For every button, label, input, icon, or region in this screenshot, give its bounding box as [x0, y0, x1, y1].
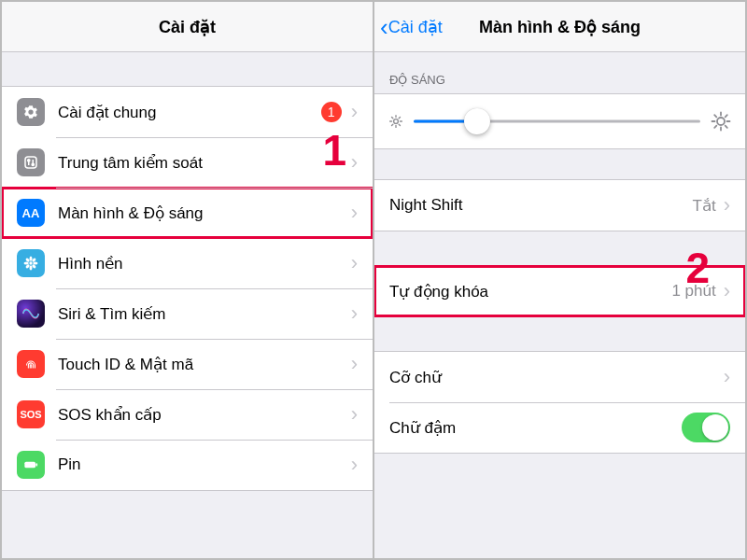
chevron-right-icon: ›	[351, 251, 358, 275]
chevron-right-icon: ›	[351, 402, 358, 427]
row-label: Night Shift	[389, 196, 693, 215]
chevron-right-icon: ›	[351, 150, 358, 175]
gear-icon	[17, 98, 45, 126]
flower-icon	[17, 249, 45, 277]
row-sos[interactable]: SOS SOS khẩn cấp ›	[2, 389, 373, 440]
back-label: Cài đặt	[388, 17, 443, 37]
row-bold-text: Chữ đậm	[374, 402, 745, 453]
row-label: Cài đặt chung	[58, 103, 321, 122]
brightness-slider[interactable]	[414, 108, 700, 134]
row-general[interactable]: Cài đặt chung 1 ›	[2, 87, 373, 137]
settings-pane: Cài đặt Cài đặt chung 1 › Trung tâm kiểm…	[2, 2, 374, 558]
sun-large-icon	[710, 110, 732, 133]
back-button[interactable]: ‹ Cài đặt	[380, 15, 443, 39]
svg-rect-14	[24, 462, 35, 469]
row-night-shift[interactable]: Night Shift Tắt ›	[374, 180, 745, 231]
row-touchid[interactable]: Touch ID & Mật mã ›	[2, 339, 373, 389]
row-label: Trung tâm kiểm soát	[58, 153, 351, 173]
badge: 1	[321, 102, 342, 122]
row-label: Pin	[58, 455, 351, 474]
fingerprint-icon	[17, 350, 45, 378]
brightness-row	[374, 93, 745, 149]
chevron-right-icon: ›	[724, 193, 730, 217]
display-header: ‹ Cài đặt Màn hình & Độ sáng	[374, 2, 745, 52]
svg-point-6	[30, 257, 33, 261]
svg-rect-15	[35, 463, 37, 466]
row-auto-lock[interactable]: Tự động khóa 1 phút ›	[374, 266, 745, 316]
settings-header: Cài đặt	[2, 2, 373, 52]
svg-line-21	[392, 118, 393, 119]
display-pane: ‹ Cài đặt Màn hình & Độ sáng ĐỘ SÁNG Nig…	[374, 2, 745, 558]
chevron-right-icon: ›	[351, 352, 358, 376]
row-label: Hình nền	[58, 254, 351, 273]
svg-line-30	[714, 115, 716, 117]
svg-line-32	[726, 115, 727, 117]
svg-line-23	[399, 118, 400, 119]
chevron-left-icon: ‹	[380, 15, 388, 39]
row-siri[interactable]: Siri & Tìm kiếm ›	[2, 288, 373, 339]
row-label: Màn hình & Độ sáng	[58, 203, 351, 223]
brightness-header: ĐỘ SÁNG	[374, 52, 745, 93]
row-label: Cỡ chữ	[389, 368, 724, 387]
svg-line-31	[726, 126, 727, 128]
chevron-right-icon: ›	[351, 453, 358, 477]
sos-icon: SOS	[17, 400, 45, 428]
row-label: Tự động khóa	[389, 282, 671, 301]
battery-icon	[17, 451, 45, 479]
row-value: 1 phút	[671, 282, 715, 301]
chevron-right-icon: ›	[351, 301, 358, 326]
row-control-center[interactable]: Trung tâm kiểm soát ›	[2, 137, 373, 188]
row-label: SOS khẩn cấp	[58, 405, 351, 425]
row-value: Tắt	[693, 196, 716, 216]
svg-line-24	[392, 124, 393, 125]
row-battery[interactable]: Pin ›	[2, 440, 373, 490]
svg-line-33	[714, 126, 716, 128]
svg-line-22	[399, 124, 400, 125]
svg-rect-0	[25, 157, 36, 168]
chevron-right-icon: ›	[351, 100, 358, 124]
svg-point-5	[29, 261, 32, 264]
display-title: Màn hình & Độ sáng	[479, 17, 641, 37]
settings-title: Cài đặt	[159, 17, 216, 37]
display-icon: AA	[17, 199, 45, 227]
sliders-icon	[17, 148, 45, 176]
chevron-right-icon: ›	[724, 279, 730, 303]
sun-small-icon	[388, 113, 404, 130]
chevron-right-icon: ›	[724, 365, 730, 389]
row-label: Siri & Tìm kiếm	[58, 304, 351, 324]
row-text-size[interactable]: Cỡ chữ ›	[374, 352, 745, 402]
svg-point-8	[24, 262, 29, 265]
bold-text-switch[interactable]	[682, 413, 730, 442]
row-display-brightness[interactable]: AA Màn hình & Độ sáng ›	[2, 188, 373, 238]
row-label: Touch ID & Mật mã	[58, 355, 351, 374]
svg-point-25	[717, 118, 725, 125]
chevron-right-icon: ›	[351, 201, 358, 225]
row-wallpaper[interactable]: Hình nền ›	[2, 238, 373, 288]
settings-group: Cài đặt chung 1 › Trung tâm kiểm soát › …	[2, 86, 373, 491]
row-label: Chữ đậm	[389, 418, 682, 438]
svg-point-16	[394, 119, 399, 124]
svg-point-9	[33, 262, 37, 265]
siri-icon	[17, 300, 45, 328]
svg-point-7	[30, 265, 33, 270]
